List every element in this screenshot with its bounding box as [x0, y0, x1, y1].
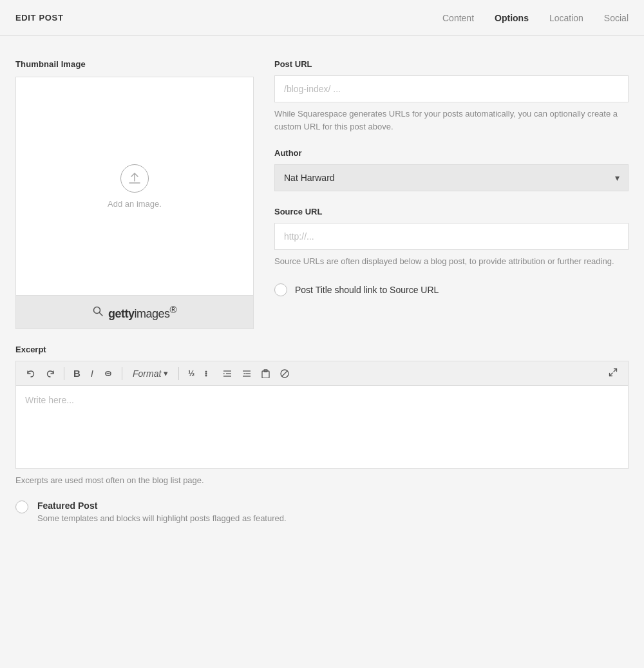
getty-images-button[interactable]: gettyimages® — [15, 296, 254, 329]
search-icon — [93, 306, 103, 319]
bullet-list-button[interactable] — [201, 367, 216, 380]
excerpt-title: Excerpt — [15, 345, 629, 354]
undo-button[interactable] — [23, 367, 39, 381]
getty-bold: getty — [108, 307, 135, 320]
block-button[interactable] — [276, 367, 293, 381]
featured-post-checkbox[interactable] — [15, 501, 28, 513]
excerpt-placeholder: Write here... — [25, 395, 74, 405]
link-button[interactable] — [100, 368, 117, 379]
clipboard-button[interactable] — [258, 367, 274, 381]
post-url-helper: While Squarespace generates URLs for you… — [274, 108, 629, 133]
featured-post-section: Featured Post Some templates and blocks … — [15, 501, 629, 523]
excerpt-editor[interactable]: Write here... — [15, 385, 629, 469]
excerpt-toolbar: B I Format ▾ ½ — [15, 361, 629, 385]
redo-button[interactable] — [42, 367, 59, 381]
source-url-group: Source URL Source URLs are often display… — [274, 207, 629, 268]
post-url-input[interactable] — [274, 75, 629, 102]
format-chevron-icon: ▾ — [164, 368, 168, 378]
nav-location[interactable]: Location — [549, 10, 583, 26]
source-link-label: Post Title should link to Source URL — [295, 285, 439, 295]
main-content: Thumbnail Image Add an image. gettyimage… — [0, 36, 644, 345]
nav-options[interactable]: Options — [495, 10, 529, 26]
numbered-list-button[interactable]: ½ — [184, 367, 198, 381]
source-url-label: Source URL — [274, 207, 629, 216]
right-column: Post URL While Squarespace generates URL… — [274, 59, 629, 329]
featured-post-helper: Some templates and blocks will highlight… — [37, 513, 287, 523]
toolbar-divider-3 — [178, 367, 179, 380]
thumbnail-upload-area[interactable]: Add an image. — [15, 77, 254, 296]
thumbnail-section-title: Thumbnail Image — [15, 59, 254, 69]
add-image-label: Add an image. — [108, 199, 162, 209]
main-nav: Content Options Location Social — [442, 10, 629, 26]
source-url-helper: Source URLs are often displayed below a … — [274, 255, 629, 268]
source-link-row: Post Title should link to Source URL — [274, 283, 629, 296]
expand-button[interactable] — [605, 365, 621, 381]
excerpt-helper: Excerpts are used most often on the blog… — [15, 475, 629, 485]
getty-reg: ® — [169, 304, 176, 315]
toolbar-divider-2 — [122, 367, 122, 380]
svg-point-4 — [205, 374, 207, 376]
left-column: Thumbnail Image Add an image. gettyimage… — [15, 59, 254, 329]
indent-button[interactable] — [219, 367, 236, 380]
author-select-wrapper: Nat Harward ▾ — [274, 164, 629, 191]
svg-line-1 — [99, 312, 102, 316]
post-url-label: Post URL — [274, 59, 629, 69]
excerpt-section: Excerpt B I Format — [0, 345, 644, 539]
author-label: Author — [274, 148, 629, 158]
post-url-group: Post URL While Squarespace generates URL… — [274, 59, 629, 133]
featured-post-label: Featured Post — [37, 501, 287, 511]
getty-label: gettyimages® — [108, 304, 176, 321]
author-select[interactable]: Nat Harward — [274, 164, 629, 191]
outdent-button[interactable] — [238, 367, 255, 380]
nav-social[interactable]: Social — [604, 10, 629, 26]
svg-line-14 — [282, 370, 288, 376]
toolbar-divider-1 — [64, 367, 64, 380]
source-url-input[interactable] — [274, 223, 629, 250]
format-dropdown-button[interactable]: Format ▾ — [128, 366, 173, 381]
author-group: Author Nat Harward ▾ — [274, 148, 629, 191]
source-link-checkbox[interactable] — [274, 283, 287, 296]
format-label: Format — [133, 368, 161, 379]
svg-rect-11 — [262, 371, 269, 378]
bold-button[interactable]: B — [70, 365, 84, 381]
nav-content[interactable]: Content — [442, 10, 474, 26]
upload-icon — [120, 164, 149, 193]
page-header: EDIT POST Content Options Location Socia… — [0, 0, 644, 36]
featured-post-content: Featured Post Some templates and blocks … — [37, 501, 287, 523]
italic-button[interactable]: I — [87, 365, 97, 381]
svg-point-3 — [205, 372, 207, 374]
svg-point-2 — [205, 370, 207, 372]
page-title: EDIT POST — [15, 13, 442, 23]
